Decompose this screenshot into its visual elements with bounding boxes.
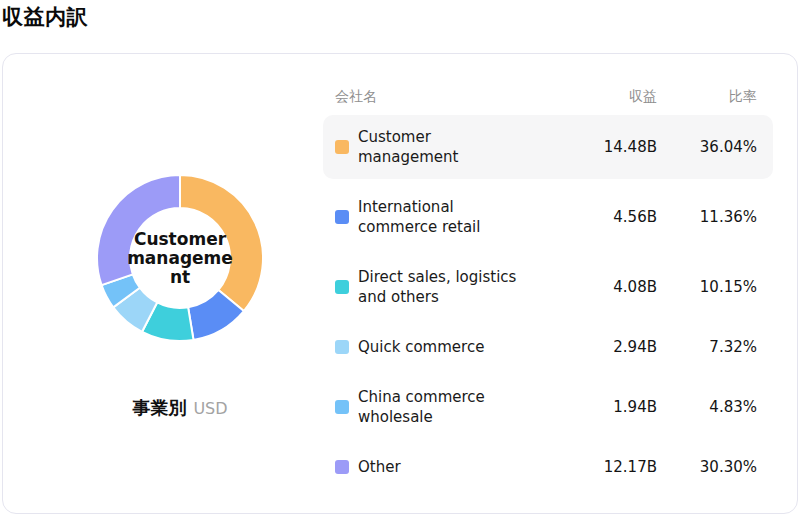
row-ratio: 11.36% — [657, 208, 757, 226]
row-revenue: 1.94B — [552, 398, 657, 416]
legend-swatch — [335, 400, 349, 414]
donut-slice-5[interactable] — [97, 175, 180, 285]
donut-chart[interactable]: Customer manageme nt — [80, 158, 280, 358]
donut-slice-0[interactable] — [180, 175, 263, 311]
row-revenue: 12.17B — [552, 458, 657, 476]
chart-footer: 事業別 USD — [3, 396, 357, 420]
row-revenue: 4.56B — [552, 208, 657, 226]
revenue-breakdown-card: Customer manageme nt 事業別 USD 会社名 収益 比率 C… — [2, 53, 798, 514]
row-revenue: 2.94B — [552, 338, 657, 356]
row-label: Direct sales, logistics and others — [358, 267, 516, 307]
table-row[interactable]: Quick commerce 2.94B 7.32% — [323, 325, 773, 369]
table-row[interactable]: China commerce wholesale 1.94B 4.83% — [323, 375, 773, 439]
legend-swatch — [335, 140, 349, 154]
legend-swatch — [335, 340, 349, 354]
row-ratio: 10.15% — [657, 278, 757, 296]
chart-unit-label: USD — [193, 399, 227, 418]
row-ratio: 4.83% — [657, 398, 757, 416]
header-revenue: 収益 — [552, 88, 657, 106]
table-row[interactable]: International commerce retail 4.56B 11.3… — [323, 185, 773, 249]
donut-chart-svg[interactable] — [80, 158, 280, 358]
row-label: Quick commerce — [358, 337, 484, 357]
row-label: International commerce retail — [358, 197, 480, 237]
row-label: Customer management — [358, 127, 458, 167]
table-row[interactable]: Direct sales, logistics and others 4.08B… — [323, 255, 773, 319]
row-revenue: 14.48B — [552, 138, 657, 156]
legend-swatch — [335, 210, 349, 224]
legend-swatch — [335, 460, 349, 474]
header-ratio: 比率 — [657, 88, 757, 106]
table-row[interactable]: Other 12.17B 30.30% — [323, 445, 773, 489]
row-label: Other — [358, 457, 401, 477]
table-header-row: 会社名 収益 比率 — [323, 87, 773, 107]
page-title: 収益内訳 — [2, 3, 88, 31]
row-label: China commerce wholesale — [358, 387, 485, 427]
row-ratio: 7.32% — [657, 338, 757, 356]
row-revenue: 4.08B — [552, 278, 657, 296]
row-ratio: 30.30% — [657, 458, 757, 476]
legend-swatch — [335, 280, 349, 294]
table-row[interactable]: Customer management 14.48B 36.04% — [323, 115, 773, 179]
row-ratio: 36.04% — [657, 138, 757, 156]
chart-group-label: 事業別 — [132, 396, 186, 420]
header-company-name: 会社名 — [335, 88, 552, 106]
breakdown-table: 会社名 収益 比率 Customer management 14.48B 36.… — [323, 87, 773, 495]
